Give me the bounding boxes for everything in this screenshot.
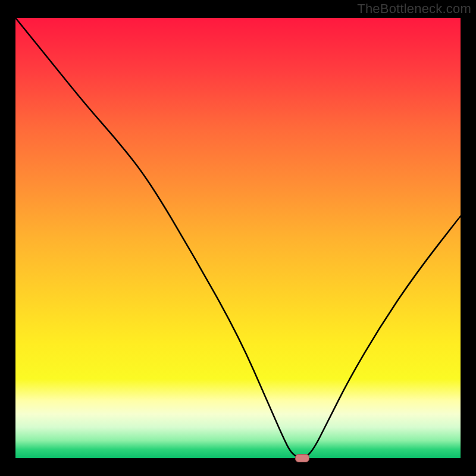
chart-frame: TheBottleneck.com: [0, 0, 476, 476]
optimum-marker: [295, 454, 309, 462]
plot-area: [15, 18, 461, 458]
bottleneck-curve: [15, 18, 461, 458]
attribution-text: TheBottleneck.com: [357, 1, 471, 17]
